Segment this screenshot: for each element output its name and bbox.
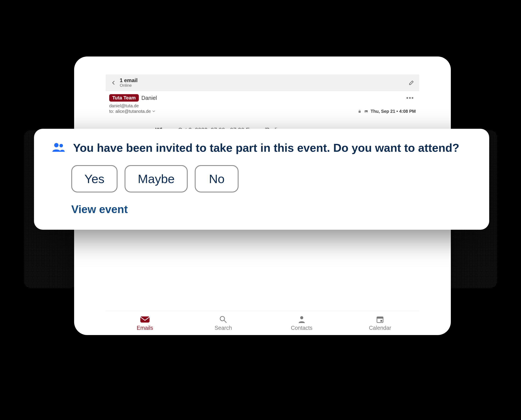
message-meta: daniel@tuta.de to: alice@tutanota.de Thu… bbox=[106, 103, 419, 117]
svg-line-6 bbox=[224, 320, 226, 322]
rsvp-maybe-button[interactable]: Maybe bbox=[124, 165, 188, 193]
nav-search[interactable]: Search bbox=[184, 311, 263, 335]
nav-emails[interactable]: Emails bbox=[106, 311, 184, 335]
mail-count: 1 email bbox=[120, 77, 407, 83]
connection-status: Online bbox=[120, 83, 407, 88]
svg-rect-4 bbox=[140, 316, 149, 322]
svg-point-7 bbox=[300, 316, 303, 319]
back-button[interactable] bbox=[109, 78, 118, 87]
message-date: Thu, Sep 21 • 4:08 PM bbox=[371, 109, 416, 114]
more-menu-button[interactable]: ••• bbox=[404, 94, 416, 101]
compose-button[interactable] bbox=[407, 78, 416, 87]
sender-name: Daniel bbox=[141, 95, 157, 101]
chevron-left-icon bbox=[111, 80, 116, 85]
nav-calendar-label: Calendar bbox=[369, 325, 391, 331]
svg-rect-1 bbox=[358, 111, 360, 112]
compose-icon bbox=[409, 80, 414, 86]
svg-rect-10 bbox=[381, 320, 382, 322]
person-icon bbox=[296, 315, 307, 324]
nav-contacts[interactable]: Contacts bbox=[263, 311, 341, 335]
rsvp-prompt: You have been invited to take part in th… bbox=[73, 141, 459, 155]
image-icon bbox=[364, 109, 368, 114]
to-prefix: to: bbox=[109, 109, 114, 114]
nav-contacts-label: Contacts bbox=[291, 325, 312, 331]
calendar-icon bbox=[374, 315, 386, 324]
mail-list-header: 1 email Online bbox=[106, 75, 419, 91]
bottom-nav: Emails Search Contacts Calendar bbox=[106, 311, 419, 335]
nav-search-label: Search bbox=[215, 325, 232, 331]
nav-calendar[interactable]: Calendar bbox=[341, 311, 420, 335]
team-badge: Tuta Team bbox=[109, 94, 139, 102]
rsvp-no-button[interactable]: No bbox=[195, 165, 239, 193]
chevron-down-icon bbox=[152, 109, 155, 114]
people-icon bbox=[52, 142, 66, 153]
svg-point-11 bbox=[54, 143, 59, 147]
sender-email: daniel@tuta.de bbox=[109, 103, 155, 108]
svg-rect-9 bbox=[377, 317, 383, 319]
svg-point-12 bbox=[59, 144, 63, 147]
nav-emails-label: Emails bbox=[137, 325, 153, 331]
recipient-email: alice@tutanota.de bbox=[115, 109, 151, 114]
rsvp-yes-button[interactable]: Yes bbox=[71, 165, 117, 193]
svg-point-3 bbox=[365, 111, 366, 111]
recipient-line[interactable]: to: alice@tutanota.de bbox=[109, 109, 155, 114]
lock-icon bbox=[358, 109, 362, 114]
mail-icon bbox=[140, 315, 150, 324]
rsvp-modal: You have been invited to take part in th… bbox=[34, 129, 489, 230]
search-icon bbox=[218, 315, 229, 324]
sender-row: Tuta Team Daniel ••• bbox=[106, 91, 419, 103]
view-event-link[interactable]: View event bbox=[71, 203, 128, 216]
